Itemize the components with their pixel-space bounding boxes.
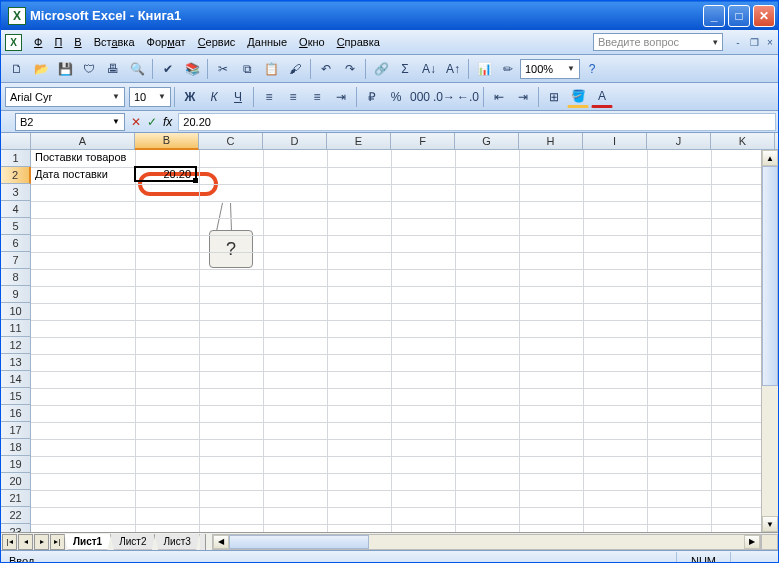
increase-decimal-icon[interactable]: .0→ (433, 86, 455, 108)
row-header[interactable]: 23 (1, 524, 31, 532)
new-icon[interactable]: 🗋 (6, 58, 28, 80)
tab-last-icon[interactable]: ▸| (50, 534, 65, 550)
percent-icon[interactable]: % (385, 86, 407, 108)
autosum-icon[interactable]: Σ (394, 58, 416, 80)
row-header[interactable]: 10 (1, 303, 31, 320)
row-header[interactable]: 20 (1, 473, 31, 490)
menu-edit[interactable]: П (48, 33, 68, 51)
row-header[interactable]: 2 (1, 167, 31, 184)
merge-center-icon[interactable]: ⇥ (330, 86, 352, 108)
research-icon[interactable]: 📚 (181, 58, 203, 80)
open-icon[interactable]: 📂 (30, 58, 52, 80)
menu-help[interactable]: Справка (331, 33, 386, 51)
column-header[interactable]: I (583, 133, 647, 149)
vscroll-thumb[interactable] (762, 166, 778, 386)
currency-icon[interactable]: ₽ (361, 86, 383, 108)
menu-data[interactable]: Данные (241, 33, 293, 51)
row-header[interactable]: 4 (1, 201, 31, 218)
align-left-icon[interactable]: ≡ (258, 86, 280, 108)
row-header[interactable]: 22 (1, 507, 31, 524)
fill-color-icon[interactable]: 🪣 (567, 86, 589, 108)
menu-insert[interactable]: Вставка (88, 33, 141, 51)
formula-input[interactable]: 20.20 (178, 113, 776, 131)
column-header[interactable]: C (199, 133, 263, 149)
help-search-input[interactable]: Введите вопрос (593, 33, 723, 51)
underline-icon[interactable]: Ч (227, 86, 249, 108)
print-icon[interactable]: 🖶 (102, 58, 124, 80)
cell-value[interactable]: 20.20 (136, 167, 194, 181)
sort-desc-icon[interactable]: A↑ (442, 58, 464, 80)
italic-icon[interactable]: К (203, 86, 225, 108)
doc-minimize-button[interactable]: - (731, 35, 745, 49)
row-header[interactable]: 1 (1, 150, 31, 167)
row-header[interactable]: 7 (1, 252, 31, 269)
select-all-corner[interactable] (1, 133, 31, 149)
sort-asc-icon[interactable]: A↓ (418, 58, 440, 80)
row-header[interactable]: 12 (1, 337, 31, 354)
column-header[interactable]: F (391, 133, 455, 149)
menu-view[interactable]: В (68, 33, 87, 51)
save-icon[interactable]: 💾 (54, 58, 76, 80)
minimize-button[interactable]: _ (703, 5, 725, 27)
tab-next-icon[interactable]: ▸ (34, 534, 49, 550)
enter-icon[interactable]: ✓ (147, 115, 157, 129)
increase-indent-icon[interactable]: ⇥ (512, 86, 534, 108)
menu-tools[interactable]: Сервис (192, 33, 242, 51)
sheet-tab[interactable]: Лист3 (154, 534, 199, 550)
row-header[interactable]: 9 (1, 286, 31, 303)
comma-icon[interactable]: 000 (409, 86, 431, 108)
align-center-icon[interactable]: ≡ (282, 86, 304, 108)
cells-area[interactable]: ? Поставки товаровДата поставки20.20 (31, 150, 778, 532)
column-header[interactable]: G (455, 133, 519, 149)
fx-icon[interactable]: fx (163, 115, 172, 129)
row-header[interactable]: 6 (1, 235, 31, 252)
name-box[interactable]: B2▼ (15, 113, 125, 131)
font-name-combo[interactable]: Arial Cyr▼ (5, 87, 125, 107)
row-header[interactable]: 19 (1, 456, 31, 473)
row-header[interactable]: 17 (1, 422, 31, 439)
paste-icon[interactable]: 📋 (260, 58, 282, 80)
row-header[interactable]: 3 (1, 184, 31, 201)
font-color-icon[interactable]: A (591, 86, 613, 108)
cut-icon[interactable]: ✂ (212, 58, 234, 80)
scroll-left-icon[interactable]: ◀ (213, 535, 229, 549)
excel-small-icon[interactable]: X (5, 34, 22, 51)
row-header[interactable]: 16 (1, 405, 31, 422)
format-painter-icon[interactable]: 🖌 (284, 58, 306, 80)
tab-first-icon[interactable]: |◂ (2, 534, 17, 550)
hscroll-thumb[interactable] (229, 535, 369, 549)
help-icon[interactable]: ? (581, 58, 603, 80)
sheet-tab-active[interactable]: Лист1 (64, 534, 111, 550)
column-header[interactable]: A (31, 133, 135, 149)
doc-close-button[interactable]: × (763, 35, 777, 49)
redo-icon[interactable]: ↷ (339, 58, 361, 80)
scroll-up-icon[interactable]: ▲ (762, 150, 778, 166)
undo-icon[interactable]: ↶ (315, 58, 337, 80)
row-header[interactable]: 11 (1, 320, 31, 337)
chart-icon[interactable]: 📊 (473, 58, 495, 80)
menu-format[interactable]: Формат (141, 33, 192, 51)
row-header[interactable]: 14 (1, 371, 31, 388)
borders-icon[interactable]: ⊞ (543, 86, 565, 108)
cell-value[interactable]: Дата поставки (32, 167, 111, 181)
row-header[interactable]: 18 (1, 439, 31, 456)
menu-file[interactable]: Ф (28, 33, 48, 51)
sheet-tab[interactable]: Лист2 (110, 534, 155, 550)
horizontal-scrollbar[interactable]: ◀ ▶ (212, 534, 761, 550)
decrease-indent-icon[interactable]: ⇤ (488, 86, 510, 108)
tab-prev-icon[interactable]: ◂ (18, 534, 33, 550)
preview-icon[interactable]: 🔍 (126, 58, 148, 80)
decrease-decimal-icon[interactable]: ←.0 (457, 86, 479, 108)
bold-icon[interactable]: Ж (179, 86, 201, 108)
cancel-icon[interactable]: ✕ (131, 115, 141, 129)
cell-value[interactable]: Поставки товаров (32, 150, 129, 164)
permission-icon[interactable]: 🛡 (78, 58, 100, 80)
row-header[interactable]: 21 (1, 490, 31, 507)
column-header[interactable]: K (711, 133, 775, 149)
scroll-right-icon[interactable]: ▶ (744, 535, 760, 549)
row-header[interactable]: 15 (1, 388, 31, 405)
row-header[interactable]: 5 (1, 218, 31, 235)
drawing-icon[interactable]: ✏ (497, 58, 519, 80)
doc-restore-button[interactable]: ❐ (747, 35, 761, 49)
scroll-down-icon[interactable]: ▼ (762, 516, 778, 532)
